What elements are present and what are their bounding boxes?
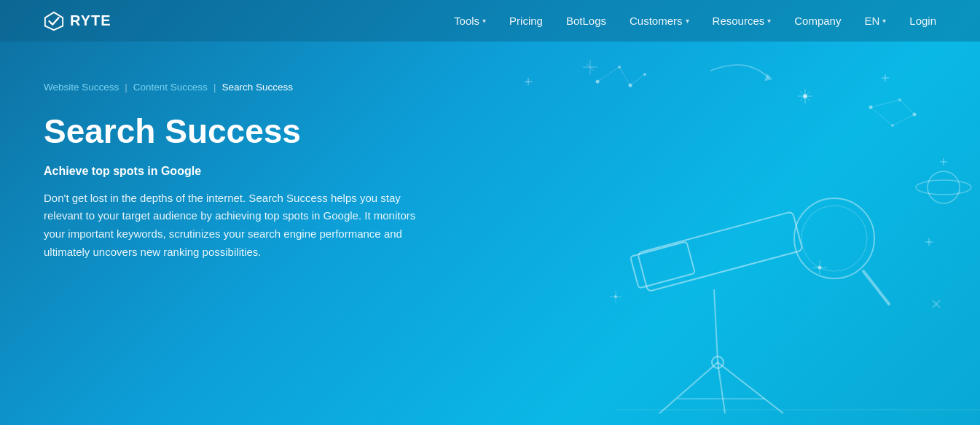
svg-line-40	[659, 362, 718, 413]
nav-tools[interactable]: Tools ▾	[454, 15, 486, 27]
svg-line-30	[900, 100, 914, 114]
svg-line-50	[714, 289, 718, 362]
hero-illustration	[434, 42, 980, 425]
svg-rect-45	[638, 211, 803, 292]
breadcrumb-separator-1: |	[125, 82, 128, 93]
svg-line-16	[597, 67, 619, 82]
svg-line-29	[871, 100, 900, 107]
nav-botlogs[interactable]: BotLogs	[566, 15, 606, 27]
svg-marker-0	[45, 12, 63, 29]
breadcrumb-website-success[interactable]: Website Success	[44, 82, 119, 93]
nav-language[interactable]: EN ▾	[864, 15, 886, 27]
svg-point-33	[928, 171, 960, 203]
hero-description: Don't get lost in the depths of the inte…	[44, 190, 423, 262]
breadcrumb: Website Success | Content Success | Sear…	[44, 82, 423, 93]
main-nav: Tools ▾ Pricing BotLogs Customers ▾ Reso…	[454, 15, 936, 27]
header: RYTE Tools ▾ Pricing BotLogs Customers ▾…	[0, 0, 980, 42]
svg-line-42	[718, 362, 783, 413]
svg-point-47	[794, 198, 874, 278]
chevron-down-icon: ▾	[686, 17, 689, 25]
page-title: Search Success	[44, 113, 423, 150]
breadcrumb-search-success: Search Success	[222, 82, 293, 93]
logo-text: RYTE	[70, 12, 111, 29]
svg-line-31	[893, 114, 914, 125]
svg-line-41	[718, 362, 725, 413]
svg-line-17	[619, 67, 630, 85]
nav-customers[interactable]: Customers ▾	[630, 15, 689, 27]
chevron-down-icon: ▾	[767, 17, 771, 25]
svg-line-32	[871, 107, 893, 125]
hero-section: Website Success | Content Success | Sear…	[0, 42, 466, 262]
nav-resources[interactable]: Resources ▾	[713, 15, 772, 27]
page-wrapper: RYTE Tools ▾ Pricing BotLogs Customers ▾…	[0, 0, 980, 425]
nav-login[interactable]: Login	[909, 15, 936, 27]
hero-subtitle: Achieve top spots in Google	[44, 165, 423, 178]
breadcrumb-content-success[interactable]: Content Success	[133, 82, 208, 93]
svg-line-49	[863, 271, 889, 304]
logo-icon	[44, 11, 64, 31]
chevron-down-icon: ▾	[482, 17, 486, 25]
breadcrumb-separator-2: |	[213, 82, 216, 93]
nav-pricing[interactable]: Pricing	[509, 15, 543, 27]
chevron-down-icon: ▾	[882, 17, 886, 25]
logo[interactable]: RYTE	[44, 11, 111, 31]
svg-point-34	[916, 180, 971, 195]
svg-line-18	[630, 74, 645, 85]
nav-company[interactable]: Company	[794, 15, 841, 27]
svg-point-48	[801, 206, 867, 271]
